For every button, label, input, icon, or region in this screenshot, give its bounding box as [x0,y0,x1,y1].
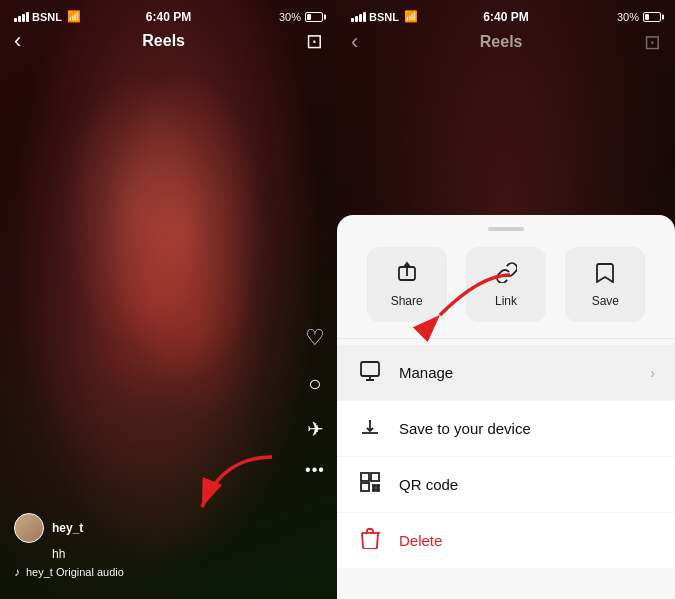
save-device-label: Save to your device [399,420,655,437]
caption: hh [52,547,323,561]
qr-code-icon [357,471,383,498]
link-action-icon [495,261,517,288]
link-action-label: Link [495,294,517,308]
save-device-icon [357,415,383,442]
right-panel: BSNL 📶 6:40 PM 30% ‹ Reels ⊡ [337,0,675,599]
left-status-bar: BSNL 📶 6:40 PM 30% [0,0,337,29]
manage-label: Manage [399,364,634,381]
battery-icon-left [305,12,323,22]
left-page-title: Reels [142,32,185,50]
svg-rect-7 [361,483,369,491]
more-icon: ••• [305,461,325,479]
like-button[interactable]: ♡ [305,325,325,351]
avatar [14,513,44,543]
manage-menu-item[interactable]: Manage › [337,345,675,400]
bottom-sheet: Share Link Save [337,215,675,599]
left-nav: ‹ Reels ⊡ [0,28,337,54]
qr-code-menu-item[interactable]: QR code [337,457,675,512]
back-button-right[interactable]: ‹ [351,29,358,55]
wifi-icon-left: 📶 [67,10,81,23]
carrier-right: BSNL [369,11,399,23]
manage-chevron: › [650,365,655,381]
send-icon: ✈ [307,417,324,441]
time-right: 6:40 PM [483,10,528,24]
right-page-title: Reels [480,33,523,51]
comment-icon: ○ [308,371,321,397]
sheet-handle [488,227,524,231]
battery-pct-left: 30% [279,11,301,23]
svg-rect-10 [373,489,375,491]
battery-icon-right [643,12,661,22]
delete-menu-item[interactable]: Delete [337,513,675,568]
audio-text: hey_t Original audio [26,566,124,578]
link-action-button[interactable]: Link [466,247,546,322]
username: hey_t [52,521,83,535]
camera-icon-left[interactable]: ⊡ [306,29,323,53]
save-action-button[interactable]: Save [565,247,645,322]
delete-label: Delete [399,532,655,549]
sheet-top-actions: Share Link Save [337,247,675,339]
svg-rect-3 [361,362,379,376]
manage-icon [357,359,383,386]
svg-rect-9 [377,485,379,487]
signal-bars-left [14,12,29,22]
save-action-label: Save [592,294,619,308]
more-button[interactable]: ••• [305,461,325,479]
music-icon: ♪ [14,565,20,579]
share-action-button[interactable]: Share [367,247,447,322]
time-left: 6:40 PM [146,10,191,24]
back-button-left[interactable]: ‹ [14,28,21,54]
share-action-icon [396,261,418,288]
save-action-icon [594,261,616,288]
audio-row: ♪ hey_t Original audio [14,565,323,579]
left-panel: BSNL 📶 6:40 PM 30% ‹ Reels ⊡ ♡ ○ ✈ ••• [0,0,337,599]
svg-rect-11 [377,489,379,491]
right-nav: ‹ Reels ⊡ [351,25,661,55]
user-row: hey_t [14,513,323,543]
comment-button[interactable]: ○ [308,371,321,397]
save-device-menu-item[interactable]: Save to your device [337,401,675,456]
share-button[interactable]: ✈ [307,417,324,441]
carrier-left: BSNL [32,11,62,23]
share-action-label: Share [391,294,423,308]
wifi-icon-right: 📶 [404,10,418,23]
delete-icon [357,527,383,554]
camera-icon-right: ⊡ [644,30,661,54]
svg-rect-6 [371,473,379,481]
qr-code-label: QR code [399,476,655,493]
bottom-bar: hey_t hh ♪ hey_t Original audio [0,503,337,599]
heart-icon: ♡ [305,325,325,351]
signal-bars-right [351,12,366,22]
battery-pct-right: 30% [617,11,639,23]
svg-rect-5 [361,473,369,481]
right-header: BSNL 📶 6:40 PM 30% ‹ Reels ⊡ [337,0,675,61]
svg-rect-8 [373,485,375,487]
right-sidebar: ♡ ○ ✈ ••• [305,325,325,479]
